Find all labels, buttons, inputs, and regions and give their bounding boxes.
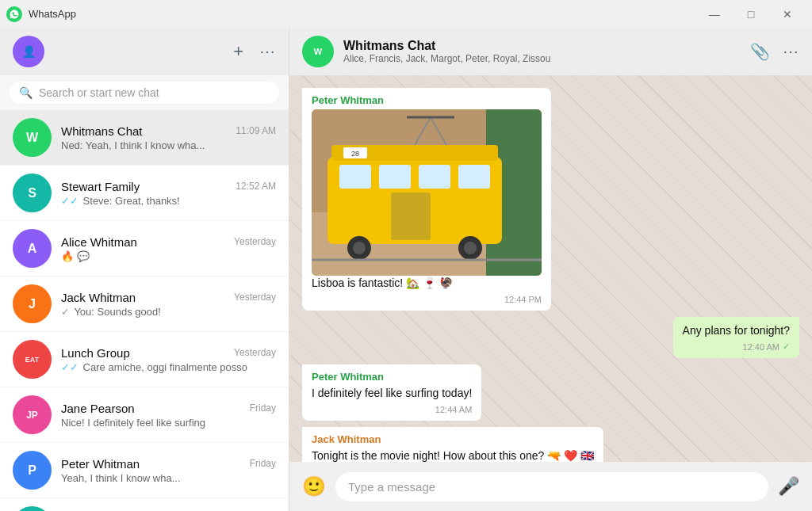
chat-name: Jane Pearson: [61, 402, 135, 415]
chat-info: Jack Whitman Yesterday ✓ You: Sounds goo…: [61, 291, 276, 318]
svg-rect-8: [419, 165, 450, 189]
search-bar: 🔍: [0, 75, 289, 110]
chat-name: Lunch Group: [61, 346, 130, 360]
chat-time: Friday: [250, 458, 276, 469]
chat-avatar-img: A: [13, 229, 52, 268]
chat-menu-button[interactable]: ⋯: [783, 42, 799, 61]
chat-list-item-stewart[interactable]: S Stewart Family 12:52 AM ✓✓ Steve: Grea…: [0, 166, 289, 221]
mic-button[interactable]: 🎤: [778, 476, 799, 497]
chat-avatar-img: S: [13, 506, 52, 511]
chat-title: Whitmans Chat: [343, 39, 741, 53]
chat-time: Yesterday: [234, 347, 276, 358]
message-sender: Jack Whitman: [312, 433, 594, 445]
chat-list-item-lunch[interactable]: EAT Lunch Group Yesterday ✓✓ Care amiche…: [0, 332, 289, 387]
svg-rect-6: [339, 165, 371, 189]
message-meta: 12:44 PM: [312, 295, 542, 304]
message-check: ✓: [783, 341, 790, 352]
chat-preview: ✓ You: Sounds good!: [61, 306, 276, 318]
search-icon: 🔍: [19, 86, 33, 99]
chat-info: Peter Whitman Friday Yeah, I think I kno…: [61, 457, 276, 484]
emoji-button[interactable]: 🙂: [302, 475, 326, 498]
chat-info: Stewart Family 12:52 AM ✓✓ Steve: Great,…: [61, 180, 276, 207]
chat-avatar: JP: [13, 395, 52, 434]
chat-info: Whitmans Chat 11:09 AM Ned: Yeah, I thin…: [61, 124, 276, 151]
user-avatar[interactable]: 👤: [13, 36, 44, 67]
chat-list: W Whitmans Chat 11:09 AM Ned: Yeah, I th…: [0, 110, 289, 511]
svg-rect-10: [391, 193, 431, 240]
chat-avatar: W: [13, 118, 52, 157]
message-bubble-m4: Jack WhitmanTonight is the movie night! …: [302, 427, 603, 462]
sidebar-actions: + ⋯: [233, 41, 276, 62]
chat-name: Jack Whitman: [61, 291, 136, 304]
chat-list-item-alice[interactable]: A Alice Whitman Yesterday 🔥 💬: [0, 221, 289, 276]
title-bar-left: WhatsApp: [6, 6, 76, 22]
app-logo: [6, 6, 22, 22]
chat-info: Jane Pearson Friday Nice! I definitely f…: [61, 402, 276, 429]
chat-header-actions: 📎 ⋯: [750, 42, 799, 61]
input-area: 🙂 🎤: [289, 462, 812, 511]
chat-time: 11:09 AM: [236, 125, 276, 136]
chat-list-item-stewart2[interactable]: S Stewart Family Friday Steve: Great, th…: [0, 498, 289, 511]
chat-list-item-jack[interactable]: J Jack Whitman Yesterday ✓ You: Sounds g…: [0, 276, 289, 332]
chat-area: W Whitmans Chat Alice, Francis, Jack, Ma…: [289, 28, 812, 511]
chat-avatar-img: JP: [13, 395, 52, 434]
attach-button[interactable]: 📎: [750, 42, 770, 61]
chat-avatar: A: [13, 229, 52, 268]
chat-preview: Ned: Yeah, I think I know wha...: [61, 139, 276, 151]
search-input[interactable]: [39, 86, 270, 99]
chat-info-top: Stewart Family 12:52 AM: [61, 180, 276, 193]
chat-info: Alice Whitman Yesterday 🔥 💬: [61, 235, 276, 262]
chat-list-item-peter[interactable]: P Peter Whitman Friday Yeah, I think I k…: [0, 443, 289, 498]
menu-button[interactable]: ⋯: [259, 41, 276, 62]
minimize-button[interactable]: —: [696, 2, 733, 27]
chat-time: 12:52 AM: [236, 181, 276, 192]
chat-list-item-jane[interactable]: JP Jane Pearson Friday Nice! I definitel…: [0, 387, 289, 443]
chat-avatar: S: [13, 506, 52, 511]
message-time: 12:44 PM: [504, 295, 542, 304]
message-time: 12:44 AM: [435, 405, 472, 414]
title-bar: WhatsApp — □ ✕: [0, 0, 812, 28]
chat-time: Friday: [250, 402, 276, 414]
chat-avatar: J: [13, 284, 52, 323]
chat-time: Yesterday: [234, 292, 276, 303]
double-check-icon: ✓✓: [61, 361, 79, 373]
chat-name: Whitmans Chat: [61, 124, 143, 138]
message-bubble-m1: Peter Whitman: [302, 88, 551, 311]
chat-avatar-img: P: [13, 451, 52, 490]
chat-preview: Nice! I definitely feel like surfing: [61, 417, 276, 429]
chat-header: W Whitmans Chat Alice, Francis, Jack, Ma…: [289, 28, 812, 75]
close-button[interactable]: ✕: [769, 2, 806, 27]
message-meta: 12:40 AM ✓: [683, 341, 790, 352]
group-avatar: W: [302, 36, 334, 67]
new-chat-button[interactable]: +: [233, 41, 243, 62]
chat-info: Lunch Group Yesterday ✓✓ Care amiche, og…: [61, 346, 276, 373]
message-sender: Peter Whitman: [312, 94, 542, 106]
app-title: WhatsApp: [29, 8, 76, 20]
chat-info-top: Lunch Group Yesterday: [61, 346, 276, 360]
chat-preview: Yeah, I think I know wha...: [61, 472, 276, 484]
svg-text:28: 28: [351, 150, 359, 158]
chat-info-top: Jane Pearson Friday: [61, 402, 276, 415]
maximize-button[interactable]: □: [733, 2, 769, 27]
message-bubble-m2: Any plans for tonight? 12:40 AM ✓: [673, 317, 799, 359]
chat-avatar-img: W: [13, 118, 52, 157]
svg-point-14: [464, 242, 477, 254]
user-avatar-img: 👤: [13, 36, 44, 67]
chat-avatar: EAT: [13, 340, 52, 379]
svg-rect-9: [458, 165, 490, 189]
message-text: I definitely feel like surfing today!: [312, 386, 472, 402]
message-text: Tonight is the movie night! How about th…: [312, 448, 594, 462]
message-input[interactable]: [335, 472, 768, 501]
svg-rect-7: [379, 165, 411, 189]
chat-header-info: Whitmans Chat Alice, Francis, Jack, Marg…: [343, 39, 741, 64]
message-meta: 12:44 AM: [312, 405, 472, 414]
chat-header-avatar: W: [302, 36, 334, 67]
chat-avatar-img: J: [13, 284, 52, 323]
chat-name: Stewart Family: [61, 180, 140, 193]
svg-point-12: [353, 242, 366, 254]
chat-list-item-whitmans[interactable]: W Whitmans Chat 11:09 AM Ned: Yeah, I th…: [0, 110, 289, 166]
message-text: Any plans for tonight?: [683, 323, 790, 339]
message-text: Lisboa is fantastic! 🏡 🍷 🦃: [312, 276, 542, 292]
chat-info-top: Jack Whitman Yesterday: [61, 291, 276, 304]
message-image: 28: [312, 109, 542, 276]
